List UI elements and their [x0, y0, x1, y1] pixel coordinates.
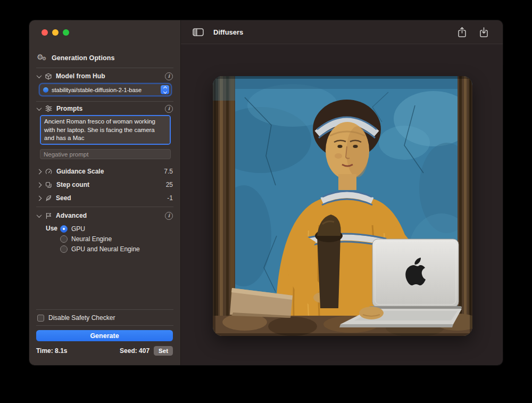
advanced-section-label: Advanced — [56, 212, 87, 219]
prompt-input[interactable]: Ancient Roman fresco of woman working wi… — [40, 115, 171, 145]
chevron-down-icon[interactable] — [37, 105, 42, 111]
app-window: ⚙⚙ Generation Options Model from Hub i s… — [29, 20, 503, 365]
model-section-header[interactable]: Model from Hub i — [37, 72, 173, 80]
step-count-row[interactable]: Step count 25 — [37, 178, 173, 191]
radio-icon[interactable] — [60, 235, 68, 243]
divider — [36, 325, 173, 326]
set-seed-button[interactable]: Set — [154, 346, 173, 356]
guidance-scale-label: Guidance Scale — [56, 168, 104, 175]
status-footer: Time: 8.1s Seed: 407 Set — [36, 345, 173, 357]
use-label: Use — [46, 225, 57, 232]
radio-selected-icon[interactable] — [60, 225, 68, 233]
divider — [36, 101, 173, 102]
divider — [36, 207, 173, 207]
popup-stepper-icon[interactable] — [161, 85, 169, 94]
sidebar: ⚙⚙ Generation Options Model from Hub i s… — [29, 20, 181, 365]
generation-options-header: ⚙⚙ Generation Options — [37, 54, 173, 62]
sidebar-toggle-icon[interactable] — [193, 28, 204, 36]
steps-icon — [45, 182, 52, 188]
model-select[interactable]: stabilityai/stable-diffusion-2-1-base — [40, 84, 171, 95]
window-title: Diffusers — [213, 28, 243, 36]
minimize-button[interactable] — [52, 29, 59, 36]
generate-button[interactable]: Generate — [36, 330, 173, 341]
step-count-label: Step count — [56, 181, 89, 188]
info-icon[interactable]: i — [165, 72, 173, 80]
info-icon[interactable]: i — [165, 105, 173, 113]
guidance-scale-row[interactable]: Guidance Scale 7.5 — [37, 165, 173, 178]
disable-safety-checker-label: Disable Safety Checker — [48, 314, 115, 322]
info-icon[interactable]: i — [165, 212, 173, 220]
compute-option-gpu-and-neural-engine[interactable]: GPU and Neural Engine — [60, 245, 140, 253]
gears-icon: ⚙⚙ — [37, 54, 47, 62]
seed-value: -1 — [167, 194, 173, 202]
chevron-right-icon[interactable] — [37, 182, 42, 187]
leaf-icon — [45, 195, 52, 201]
seed-label: Seed — [56, 194, 71, 202]
zoom-button[interactable] — [63, 29, 69, 36]
divider — [36, 309, 173, 310]
seed-status: Seed: 407 — [120, 347, 149, 355]
divider — [36, 68, 173, 68]
cube-icon — [45, 73, 52, 80]
generated-image — [213, 76, 472, 336]
fresco-illustration — [213, 76, 472, 336]
model-select-value: stabilityai/stable-diffusion-2-1-base — [52, 87, 157, 93]
disable-safety-checker-row[interactable]: Disable Safety Checker — [37, 314, 115, 322]
generation-options-title: Generation Options — [52, 54, 114, 62]
titlebar: Diffusers — [181, 20, 503, 44]
save-download-icon[interactable] — [479, 27, 489, 38]
compute-option-gpu[interactable]: GPU — [60, 225, 85, 233]
time-status: Time: 8.1s — [36, 347, 67, 355]
negative-prompt-input[interactable] — [40, 149, 171, 159]
model-section-label: Model from Hub — [56, 72, 105, 80]
close-button[interactable] — [41, 29, 48, 36]
titlebar-actions — [457, 27, 489, 38]
guidance-scale-value: 7.5 — [164, 168, 173, 175]
traffic-lights — [41, 29, 69, 36]
chevron-right-icon[interactable] — [37, 195, 42, 201]
chevron-right-icon[interactable] — [37, 169, 42, 174]
prompts-section-header[interactable]: Prompts i — [37, 104, 173, 113]
share-icon[interactable] — [457, 27, 467, 38]
prompts-section-label: Prompts — [56, 105, 82, 112]
seed-row[interactable]: Seed -1 — [37, 192, 173, 204]
model-dot-icon — [43, 87, 48, 93]
radio-icon[interactable] — [60, 245, 68, 253]
main-area: Diffusers — [181, 20, 503, 365]
checkbox-icon[interactable] — [37, 315, 44, 322]
chevron-down-icon[interactable] — [37, 212, 42, 218]
advanced-section-header[interactable]: Advanced i — [37, 211, 173, 220]
chevron-down-icon[interactable] — [37, 73, 42, 78]
compute-option-neural-engine[interactable]: Neural Engine — [60, 235, 112, 243]
sliders-icon — [45, 105, 52, 112]
step-count-value: 25 — [166, 181, 173, 188]
gauge-icon — [45, 168, 52, 175]
flag-icon — [45, 212, 52, 219]
